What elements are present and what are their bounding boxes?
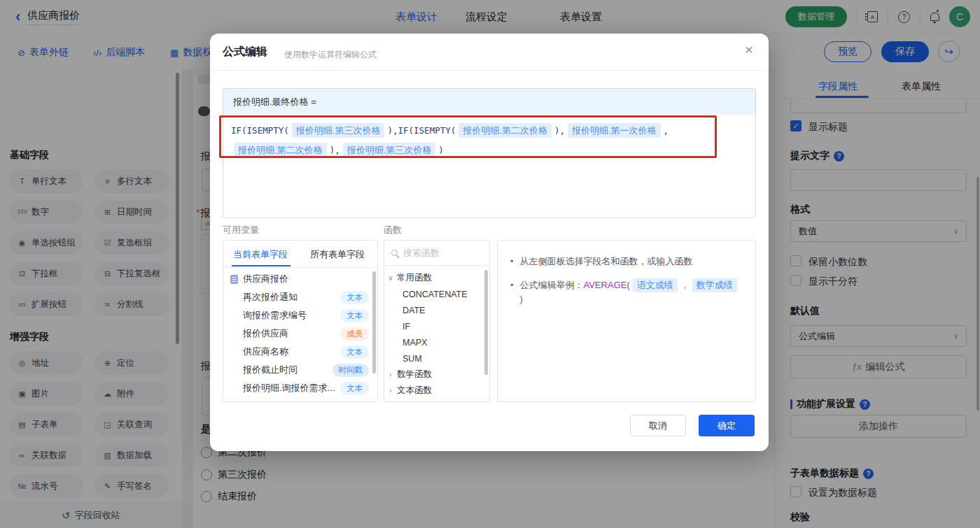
tip-function-name: AVERAGE(	[584, 280, 630, 290]
function-item-mapx[interactable]: MAPX	[384, 334, 490, 350]
bullet-dot: •	[510, 278, 514, 292]
function-item-date[interactable]: DATE	[384, 302, 490, 318]
divider	[223, 267, 378, 268]
formula-field-chip[interactable]: 报价明细.第二次价格	[458, 123, 552, 138]
formula-code-token: ,	[664, 125, 669, 136]
function-item-if[interactable]: IF	[384, 318, 490, 334]
function-group-label: 数学函数	[397, 369, 432, 380]
variable-row[interactable]: 询报价需求编号文本	[223, 306, 378, 324]
formula-code-token: ),IF(ISEMPTY(	[387, 125, 456, 136]
variable-root-row[interactable]: 供应商报价	[223, 270, 378, 288]
function-search-input[interactable]	[403, 248, 473, 258]
function-group-collapsed[interactable]: ›数学函数	[384, 366, 490, 383]
variable-name: 报价明细.询报价需求...	[243, 382, 335, 394]
variable-row[interactable]: 供应商名称文本	[223, 343, 378, 361]
variable-name: 报价截止时间	[243, 364, 298, 376]
variable-type-badge: 文本	[340, 345, 369, 359]
functions-scrollbar[interactable]	[484, 270, 488, 375]
variable-name: 再次报价通知	[243, 291, 298, 304]
function-group-expanded[interactable]: ∨常用函数	[384, 270, 490, 286]
tab-all-form-fields[interactable]: 所有表单字段	[310, 248, 365, 261]
variable-row[interactable]: 报价明细.询报价需求...文本	[223, 379, 378, 397]
modal-subtitle: 使用数学运算符编辑公式	[284, 49, 377, 61]
app-root: ‹ 供应商报价 表单设计流程设定表单设置 数据管理 A ? C ⊘表单外链‹/›…	[0, 0, 980, 528]
variable-type-badge: 文本	[340, 382, 369, 395]
cancel-button[interactable]: 取消	[630, 415, 686, 436]
variable-type-badge: 文本	[340, 291, 369, 304]
tip-field-chip: 数学成绩	[692, 278, 737, 292]
variables-scrollbar[interactable]	[372, 271, 376, 373]
functions-label: 函数	[384, 224, 402, 236]
tip-close-paren: )	[520, 294, 523, 304]
close-icon[interactable]: ×	[745, 42, 753, 57]
formula-field-chip[interactable]: 报价明细.第二次价格	[234, 143, 327, 157]
formula-field-chip[interactable]: 报价明细.第三次价格	[292, 123, 385, 138]
formula-editor: 报价明细.最终价格 = IF(ISEMPTY(报价明细.第三次价格),IF(IS…	[223, 88, 756, 218]
variable-row[interactable]: 报价供应商成员	[223, 324, 378, 343]
variable-type-badge: 文本	[340, 309, 369, 322]
form-doc-icon	[230, 275, 238, 284]
bullet-dot: •	[510, 255, 514, 269]
tab-current-form-fields[interactable]: 当前表单字段	[233, 248, 288, 261]
formula-edit-modal: 公式编辑 使用数学运算符编辑公式 × 报价明细.最终价格 = IF(ISEMPT…	[210, 34, 769, 451]
chevron-right-icon: ›	[384, 371, 397, 378]
tip-text: 从左侧面板选择字段名和函数，或输入函数	[520, 255, 693, 269]
function-search	[384, 241, 490, 266]
tip-separator: ，	[680, 280, 690, 290]
formula-code-token: )	[438, 145, 444, 155]
confirm-button[interactable]: 确定	[699, 415, 755, 436]
tip-prefix: 公式编辑举例：	[520, 280, 584, 290]
tip-row: • 公式编辑举例：AVERAGE(语文成绩，数学成绩)	[510, 278, 743, 306]
variable-root-name: 供应商报价	[243, 273, 288, 285]
functions-panel: ∨常用函数CONCATENATEDATEIFMAPXSUM›数学函数›文本函数	[384, 240, 490, 402]
variable-name: 报价供应商	[243, 327, 288, 340]
variables-list: 供应商报价再次报价通知文本询报价需求编号文本报价供应商成员供应商名称文本报价截止…	[223, 270, 378, 401]
chevron-right-icon: ›	[384, 387, 397, 394]
function-group-label: 常用函数	[397, 272, 432, 284]
formula-input-area[interactable]: IF(ISEMPTY(报价明细.第三次价格),IF(ISEMPTY(报价明细.第…	[223, 115, 755, 166]
variable-row[interactable]: 报价截止时间时间戳	[223, 361, 378, 379]
variable-type-badge: 成员	[340, 327, 369, 341]
function-group-label: 文本函数	[397, 385, 432, 397]
search-icon	[391, 250, 398, 256]
tip-example: 公式编辑举例：AVERAGE(语文成绩，数学成绩)	[520, 278, 743, 306]
functions-list: ∨常用函数CONCATENATEDATEIFMAPXSUM›数学函数›文本函数	[384, 270, 490, 401]
tip-row: • 从左侧面板选择字段名和函数，或输入函数	[510, 255, 743, 269]
variable-name: 供应商名称	[243, 345, 288, 358]
modal-title: 公式编辑	[223, 45, 267, 59]
function-item-sum[interactable]: SUM	[384, 350, 490, 366]
formula-field-chip[interactable]: 报价明细.第三次价格	[343, 143, 436, 157]
function-item-concatenate[interactable]: CONCATENATE	[384, 286, 490, 302]
variables-label: 可用变量	[223, 224, 259, 236]
formula-field-chip[interactable]: 报价明细.第一次价格	[568, 123, 661, 138]
variable-type-badge: 时间戳	[332, 364, 370, 377]
tip-field-chip: 语文成绩	[633, 278, 678, 292]
function-group-collapsed[interactable]: ›文本函数	[384, 383, 490, 399]
formula-target-expression: 报价明细.最终价格 =	[223, 89, 755, 115]
formula-code-token: ),	[330, 145, 340, 155]
variable-name: 询报价需求编号	[243, 309, 307, 322]
variables-tab-underline	[232, 265, 290, 266]
formula-code-token: ),	[554, 125, 565, 136]
chevron-down-icon: ∨	[384, 274, 397, 282]
divider	[210, 70, 769, 71]
formula-code-token: IF(ISEMPTY(	[231, 125, 289, 136]
tips-panel: • 从左侧面板选择字段名和函数，或输入函数 • 公式编辑举例：AVERAGE(语…	[497, 240, 756, 402]
variable-row[interactable]: 再次报价通知文本	[223, 288, 378, 306]
variables-panel: 当前表单字段 所有表单字段 供应商报价再次报价通知文本询报价需求编号文本报价供应…	[223, 240, 378, 402]
